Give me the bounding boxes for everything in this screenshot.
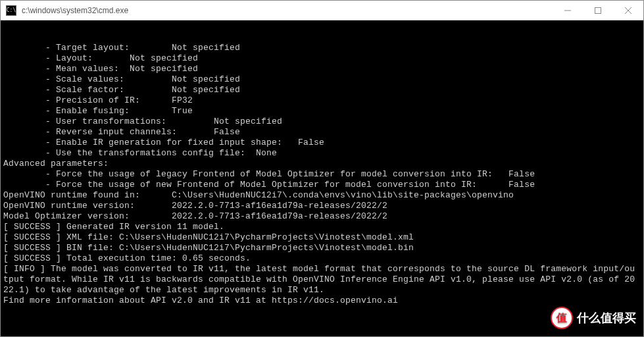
terminal-line: - Scale factor: Not specified (3, 85, 641, 95)
titlebar[interactable]: C:\ c:\windows\system32\cmd.exe (1, 1, 643, 20)
close-button[interactable] (613, 1, 643, 20)
terminal-line: - Layout: Not specified (3, 53, 641, 64)
terminal-line: Model Optimizer version: 2022.2.0-7713-a… (3, 211, 641, 222)
terminal-line: tput format. While IR v11 is backwards c… (3, 274, 641, 285)
terminal-line: - Precision of IR: FP32 (3, 95, 641, 106)
terminal-line: - User transformations: Not specified (3, 117, 641, 127)
terminal-line: - Use the transformations config file: N… (3, 148, 641, 159)
watermark-badge-icon: 值 (551, 307, 573, 329)
window-controls (553, 1, 643, 20)
terminal-line: 22.1) to take advantage of the latest im… (3, 285, 641, 296)
terminal-line: OpenVINO runtime found in: C:\Users\Hude… (3, 190, 641, 201)
terminal-line: [ SUCCESS ] Generated IR version 11 mode… (3, 222, 641, 232)
watermark-text: 什么值得买 (577, 310, 636, 326)
terminal-line: [ SUCCESS ] BIN file: C:\Users\HudenNUC1… (3, 243, 641, 253)
terminal-line: - Enable fusing: True (3, 106, 641, 117)
terminal-line: - Mean values: Not specified (3, 64, 641, 74)
maximize-button[interactable] (583, 1, 613, 20)
window-title: c:\windows\system32\cmd.exe (22, 6, 553, 15)
terminal-line: - Force the usage of legacy Frontend of … (3, 169, 641, 180)
cmd-window: C:\ c:\windows\system32\cmd.exe - Target… (0, 0, 644, 337)
terminal-line: - Enable IR generation for fixed input s… (3, 138, 641, 148)
terminal-line: [ SUCCESS ] Total execution time: 0.65 s… (3, 253, 641, 264)
terminal-line: OpenVINO runtime version: 2022.2.0-7713-… (3, 201, 641, 211)
terminal-line: Advanced parameters: (3, 159, 641, 169)
terminal-line: - Reverse input channels: False (3, 127, 641, 138)
cmd-icon: C:\ (6, 5, 16, 16)
terminal-output[interactable]: - Target layout: Not specified - Layout:… (1, 20, 643, 336)
svg-rect-1 (595, 7, 601, 13)
terminal-line: - Target layout: Not specified (3, 43, 641, 53)
terminal-line: [ SUCCESS ] XML file: C:\Users\HudenNUC1… (3, 232, 641, 243)
terminal-line: Find more information about API v2.0 and… (3, 296, 641, 306)
terminal-line: - Force the usage of new Frontend of Mod… (3, 180, 641, 190)
minimize-button[interactable] (553, 1, 583, 20)
terminal-line: [ INFO ] The model was converted to IR v… (3, 264, 641, 274)
watermark: 值 什么值得买 (551, 307, 636, 329)
terminal-line: - Scale values: Not specified (3, 74, 641, 85)
